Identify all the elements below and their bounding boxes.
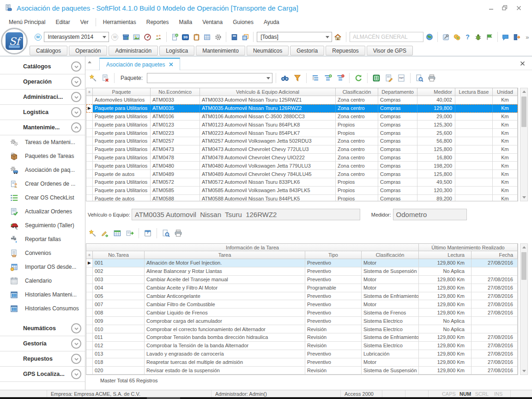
tab-administracion[interactable]: Administración xyxy=(109,46,158,55)
scrollbar-thumb[interactable] xyxy=(521,252,526,280)
table-row[interactable]: 009Comprobar carga del acumuladorPrevent… xyxy=(86,317,518,325)
table-row[interactable]: 013Lavado y engrasado de carroceríaPreve… xyxy=(86,350,518,358)
excel-export-icon[interactable] xyxy=(371,73,382,84)
table-row[interactable]: 008Cambiar Liquido de FrenosPreventivoSi… xyxy=(86,308,518,317)
tab-catalogos[interactable]: Catálogos xyxy=(30,46,67,55)
table-row[interactable]: 010Comprobar el correcto funcionamiento … xyxy=(86,325,518,333)
print-preview-icon[interactable] xyxy=(160,228,171,239)
tab-close-icon[interactable] xyxy=(169,62,173,66)
sidebar-item-calendario[interactable]: Calendario xyxy=(0,274,85,288)
sidebar-section-administracion[interactable]: Administraci... xyxy=(0,90,85,105)
tab-operacion[interactable]: Operación xyxy=(69,46,107,55)
tab-scroll-up-icon[interactable] xyxy=(86,59,93,65)
filter-icon[interactable] xyxy=(292,73,303,84)
menu-menu-principal[interactable]: Menú Principal xyxy=(4,17,50,27)
table-row[interactable]: Automoviles UtilitariosATM0033ATM0033 Au… xyxy=(86,96,518,104)
sidebar-section-gestoria[interactable]: Gestoría xyxy=(0,336,85,351)
chevron-down-icon[interactable] xyxy=(101,32,109,42)
scroll-down-icon[interactable] xyxy=(522,370,526,372)
badge-99-icon[interactable]: 99 xyxy=(181,31,190,42)
sidebar-section-catalogos[interactable]: Catálogos xyxy=(0,59,85,74)
table-row[interactable]: 007Cambiar Filtro de CombustiblePreventi… xyxy=(86,300,518,308)
table-row[interactable]: 003Cambiar Aceite del Transeje manualPre… xyxy=(86,276,518,284)
chevron-down-icon[interactable] xyxy=(324,32,332,42)
sidebar-item-crear-os-checklist[interactable]: Crear OS CheckList xyxy=(0,191,85,205)
menu-malla[interactable]: Malla xyxy=(174,17,197,27)
table-row[interactable]: Paquete para UtilitariosATM0473ATM0473 A… xyxy=(86,145,518,154)
table-row[interactable]: 018Reapretar tuercas del multiple de adm… xyxy=(86,358,518,367)
help-icon[interactable]: ? xyxy=(463,31,472,42)
binoculars-icon[interactable] xyxy=(279,73,290,84)
sidebar-item-asociacion-paquetes[interactable]: Asociación de paq... xyxy=(0,163,85,177)
photo-icon[interactable] xyxy=(132,31,141,42)
profile-combo[interactable]: Interasystem 2014 xyxy=(44,32,109,42)
vehiculo-field[interactable] xyxy=(132,209,360,220)
chevron-up-circle-icon[interactable] xyxy=(71,122,81,133)
chevron-down-circle-icon[interactable] xyxy=(71,354,81,364)
tab-repuestos[interactable]: Repuestos xyxy=(326,46,365,55)
table-row[interactable]: Paquete para UtilitariosATM0106ATM0106 A… xyxy=(86,113,518,121)
scrollbar-thumb[interactable] xyxy=(521,97,526,127)
menu-ventana[interactable]: Ventana xyxy=(197,17,228,27)
restore-button[interactable] xyxy=(498,3,512,13)
gear-icon[interactable] xyxy=(213,31,223,42)
new-report-icon[interactable] xyxy=(170,31,179,42)
menu-ver[interactable]: Ver xyxy=(75,17,94,27)
chevron-down-circle-icon[interactable] xyxy=(71,61,81,72)
medidor-field[interactable] xyxy=(393,209,467,220)
document-close-icon[interactable] xyxy=(519,60,526,66)
txt-export-icon[interactable]: TXT xyxy=(396,73,407,84)
column-header[interactable]: Departamento xyxy=(378,88,417,96)
tree-expand-icon[interactable] xyxy=(322,73,333,84)
bug-icon[interactable] xyxy=(474,31,483,42)
column-header[interactable]: Tipo xyxy=(305,251,362,259)
column-header[interactable]: Paquete xyxy=(93,88,151,96)
sidebar-section-logistica[interactable]: Logistica xyxy=(0,105,85,120)
sidebar-item-crear-ordenes[interactable]: Crear Ordenes de ... xyxy=(0,177,85,191)
table-row[interactable]: ▶Paquete para UtilitariosATM0035ATM0035 … xyxy=(86,104,518,113)
tree-collapse-icon[interactable] xyxy=(335,73,346,84)
calendar-day-icon[interactable]: 7 xyxy=(142,228,153,239)
column-header[interactable]: Lectura xyxy=(419,251,472,259)
minimize-button[interactable] xyxy=(484,3,498,13)
table-row[interactable]: Paquete de autosATM0489ATM0489 Automovil… xyxy=(86,170,518,178)
exit-icon[interactable] xyxy=(512,31,521,42)
close-icon[interactable] xyxy=(512,3,526,13)
table-row[interactable]: Paquete para UtilitariosATM0478ATM0478 A… xyxy=(86,154,518,162)
table-row[interactable]: Paquete para UtilitariosATM0123ATM0123 A… xyxy=(86,121,518,129)
column-header[interactable]: Fecha xyxy=(472,251,518,259)
sidebar-item-historiales-consumos[interactable]: Historiales Consumos xyxy=(0,302,85,315)
table-row[interactable]: 011Comprobar Tensión banda bomba direcci… xyxy=(86,333,518,342)
column-header[interactable]: Clasificación xyxy=(362,251,419,259)
home-icon[interactable] xyxy=(333,31,343,42)
chevron-down-circle-icon[interactable] xyxy=(71,92,81,102)
gauge-icon[interactable] xyxy=(143,31,152,42)
sidebar-item-convenios[interactable]: Convenios xyxy=(0,246,85,260)
table-row[interactable]: Paquete para UtilitariosATM0585ATM0585 A… xyxy=(86,187,518,195)
flag-icon[interactable] xyxy=(484,31,494,42)
scroll-down-icon[interactable] xyxy=(522,196,526,199)
wand-icon[interactable] xyxy=(87,73,98,84)
paquete-combo[interactable] xyxy=(147,73,272,83)
sidebar-item-importar-os[interactable]: Importar OS desde... xyxy=(0,260,85,274)
chat-icon[interactable] xyxy=(501,31,510,42)
chevron-down-circle-icon[interactable] xyxy=(71,369,81,379)
sidebar-section-mantenimiento[interactable]: Mantenimie... xyxy=(0,120,85,135)
remove-doc-icon[interactable] xyxy=(100,73,111,84)
table-row[interactable]: 020Revisar estado de la suspensiónRevisi… xyxy=(86,367,518,375)
sidebar-section-operacion[interactable]: Operación xyxy=(0,74,85,90)
sidebar-section-gps[interactable]: GPS Localiza... xyxy=(0,367,85,382)
clipboard-icon[interactable] xyxy=(192,31,201,42)
tools-icon[interactable] xyxy=(441,31,450,42)
sidebar-item-seguimiento-taller[interactable]: Seguimiento (Taller) xyxy=(0,218,85,232)
tab-logistica[interactable]: Logística xyxy=(159,46,194,55)
import-box-icon[interactable] xyxy=(121,31,130,42)
document-tab[interactable]: Asociación de paquetes xyxy=(99,58,180,70)
column-header[interactable]: Clasificación xyxy=(336,88,378,96)
table-row[interactable]: 002Alinear Balancear y Rotar LlantasPrev… xyxy=(86,267,518,276)
table-row[interactable]: 004Cambiar Aceite y Filtro Al MotorProgr… xyxy=(86,284,518,292)
tab-visor-gps[interactable]: Visor de GPS xyxy=(367,46,413,55)
table-row[interactable]: Paquete para UtilitariosATM0572ATM0572 A… xyxy=(86,178,518,187)
menu-editar[interactable]: Editar xyxy=(50,17,75,27)
column-header[interactable]: Medidor xyxy=(417,88,455,96)
